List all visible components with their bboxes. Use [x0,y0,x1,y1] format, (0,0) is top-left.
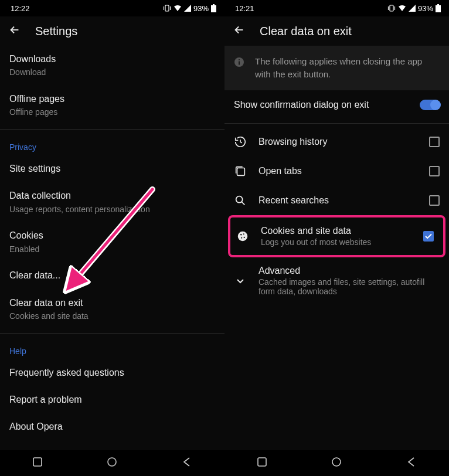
settings-item-faq[interactable]: Frequently asked questions [0,359,224,386]
nav-bar [224,450,449,476]
settings-item-about[interactable]: About Opera [0,413,224,440]
info-icon [234,57,244,67]
svg-point-16 [239,59,240,60]
back-arrow-icon[interactable] [8,23,21,39]
svg-rect-9 [390,5,393,11]
status-time: 12:21 [235,4,254,13]
battery-icon [211,4,216,12]
svg-point-22 [241,237,242,238]
svg-rect-13 [437,4,439,5]
settings-item-data-collection[interactable]: Data collection Usage reports, content p… [0,182,224,222]
nav-home-icon[interactable] [107,457,117,470]
nav-bar [0,450,224,476]
nav-recent-icon[interactable] [32,457,43,470]
left-screen: 12:22 93% Settings Downloads Download Of… [0,0,224,476]
row-browsing-history[interactable]: Browsing history [224,127,449,157]
vibrate-icon [387,5,396,12]
chevron-down-icon [234,274,247,287]
page-title: Settings [35,25,77,38]
right-screen: 12:21 93% Clear data on exit The followi… [224,0,449,476]
status-right: 93% [163,4,216,13]
nav-back-icon[interactable] [406,457,417,470]
svg-point-19 [238,231,248,241]
battery-percent: 93% [193,4,209,13]
svg-rect-5 [33,458,42,466]
clear-data-content: The following applies when closing the a… [224,46,449,450]
back-arrow-icon[interactable] [233,23,246,39]
info-text: The following applies when closing the a… [255,55,440,81]
settings-item-clear-data-on-exit[interactable]: Clear data on exit Cookies and site data [0,290,224,329]
settings-item-site-settings[interactable]: Site settings [0,155,224,182]
tabs-icon [234,165,247,178]
battery-percent: 93% [418,4,433,13]
highlight-box: Cookies and site data Logs you out of mo… [228,215,445,257]
svg-point-23 [244,236,245,237]
status-time: 12:22 [11,4,30,13]
search-icon [234,194,247,207]
battery-icon [436,4,441,12]
page-title: Clear data on exit [260,25,352,38]
app-bar: Settings [0,16,224,46]
svg-rect-3 [211,5,216,12]
row-cookies-site-data[interactable]: Cookies and site data Logs you out of mo… [230,217,437,255]
toggle-label: Show confirmation dialog on exit [234,100,369,110]
settings-item-offline-pages[interactable]: Offline pages Offline pages [0,86,224,125]
vibrate-icon [163,5,171,12]
history-icon [234,135,247,148]
svg-point-21 [243,233,244,234]
nav-home-icon[interactable] [331,457,342,470]
settings-item-report-problem[interactable]: Report a problem [0,386,224,413]
svg-rect-4 [213,4,215,5]
svg-rect-24 [258,458,266,466]
signal-icon [409,5,416,12]
svg-rect-15 [239,62,240,65]
settings-item-cookies[interactable]: Cookies Enabled [0,222,224,262]
row-advanced[interactable]: Advanced Cached images and files, site s… [224,257,449,304]
toggle-show-confirmation[interactable]: Show confirmation dialog on exit [224,90,449,120]
svg-point-20 [240,234,241,235]
signal-icon [184,5,191,12]
settings-content: Downloads Download Offline pages Offline… [0,46,224,450]
status-bar: 12:22 93% [0,0,224,16]
checkbox[interactable] [429,166,440,176]
wifi-icon [174,5,182,12]
app-bar: Clear data on exit [224,16,449,46]
info-banner: The following applies when closing the a… [224,46,449,90]
nav-back-icon[interactable] [182,457,192,470]
settings-item-downloads[interactable]: Downloads Download [0,46,224,86]
section-header-help: Help [0,337,224,359]
checkbox-checked[interactable] [423,231,434,242]
svg-rect-0 [165,5,169,11]
svg-point-6 [108,458,116,466]
svg-point-18 [236,196,243,202]
divider [0,333,224,334]
settings-item-clear-data[interactable]: Clear data... [0,262,224,289]
divider [0,129,224,130]
row-open-tabs[interactable]: Open tabs [224,157,449,186]
row-recent-searches[interactable]: Recent searches [224,186,449,215]
checkbox[interactable] [429,137,440,147]
svg-point-25 [332,458,341,466]
section-header-privacy: Privacy [0,133,224,155]
checkbox[interactable] [429,195,440,206]
cookie-icon [236,230,249,243]
toggle-switch[interactable] [420,100,440,110]
svg-rect-12 [436,5,441,12]
status-bar: 12:21 93% [224,0,449,16]
wifi-icon [398,5,406,12]
nav-recent-icon[interactable] [257,457,267,470]
status-right: 93% [387,4,441,13]
divider [224,123,449,124]
svg-rect-17 [237,168,245,175]
